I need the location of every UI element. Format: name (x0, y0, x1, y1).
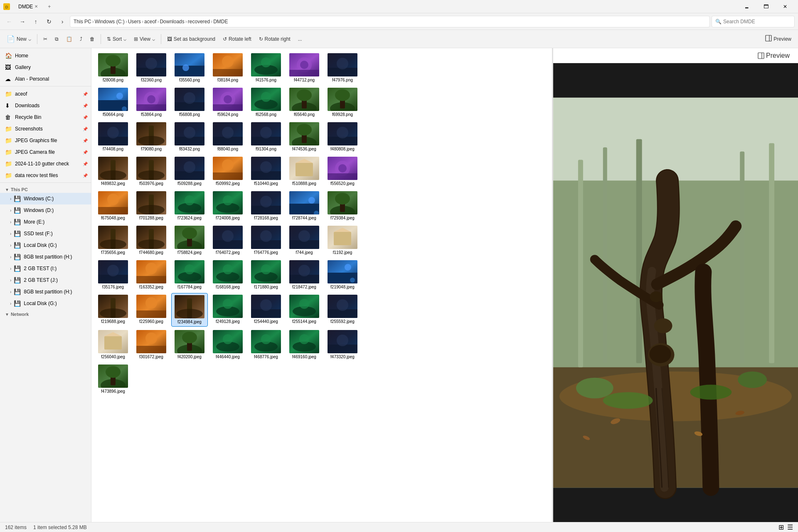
file-item[interactable]: f35176.jpeg (95, 259, 131, 291)
sidebar-item-jpeg-camera[interactable]: 📁 JPEG Camera file 📌 (0, 146, 91, 158)
file-item[interactable]: f764776.jpeg (248, 224, 284, 257)
file-item[interactable]: f88040.png (209, 121, 246, 153)
sidebar-item-data-recov[interactable]: 📁 data recov test files 📌 (0, 170, 91, 181)
sidebar-item-8gb-h[interactable]: › 💾 8GB test partition (H:) (0, 251, 91, 263)
file-item[interactable]: f301672.jpeg (133, 328, 170, 361)
new-button[interactable]: 📄 New ⌵ (3, 32, 34, 46)
breadcrumb[interactable]: This PC › Windows (C:) › Users › aceof ›… (70, 16, 710, 27)
file-item[interactable]: f255592.jpeg (324, 293, 361, 327)
sidebar-item-aceof[interactable]: 📁 aceof 📌 (0, 88, 91, 100)
file-item[interactable]: f69928.png (324, 86, 361, 119)
sidebar-item-gutter[interactable]: 📁 2024-11-10 gutter check 📌 (0, 158, 91, 170)
file-item[interactable]: f489832.jpeg (95, 155, 131, 188)
back-button[interactable]: ← (3, 16, 15, 27)
sidebar-item-local-g2[interactable]: › 💾 Local Disk (G:) (0, 298, 91, 309)
file-item[interactable]: f509992.jpeg (209, 155, 246, 188)
file-item[interactable]: f79080.png (133, 121, 170, 153)
file-item[interactable]: f83432.png (171, 121, 208, 153)
file-item[interactable]: f62568.png (248, 86, 284, 119)
tab-close-button[interactable]: ✕ (34, 4, 38, 9)
file-item[interactable]: f47976.png (324, 52, 361, 84)
preview-close-button[interactable]: Preview (754, 49, 793, 62)
file-item[interactable]: f675048.jpeg (95, 190, 131, 222)
file-item[interactable]: f219688.jpeg (95, 293, 131, 327)
set-background-button[interactable]: 🖼 Set as background (164, 32, 219, 46)
file-item[interactable]: f446440.jpeg (209, 328, 246, 361)
file-item[interactable]: f225960.jpeg (133, 293, 170, 327)
sidebar-item-jpeg-graphics[interactable]: 📁 JPEG Graphics file 📌 (0, 135, 91, 146)
refresh-button[interactable]: ↻ (43, 16, 55, 27)
sidebar-section-thispc[interactable]: ▼ This PC (0, 185, 91, 193)
sidebar-item-windows-d[interactable]: › 💾 Windows (D:) (0, 204, 91, 216)
breadcrumb-c[interactable]: Windows (C:) (95, 19, 125, 25)
expand-button[interactable]: › (57, 16, 68, 27)
breadcrumb-users[interactable]: Users (128, 19, 141, 25)
rotate-left-button[interactable]: ↺ Rotate left (219, 32, 255, 46)
file-item[interactable]: f56808.png (171, 86, 208, 119)
file-item[interactable]: f744.jpeg (286, 224, 323, 257)
file-item[interactable]: f469160.jpeg (286, 328, 323, 361)
sidebar-section-network[interactable]: ▼ Network (0, 309, 91, 318)
file-item[interactable]: f168168.jpeg (209, 259, 246, 291)
file-item[interactable]: f167784.jpeg (171, 259, 208, 291)
delete-button[interactable]: 🗑 (86, 32, 98, 46)
file-item[interactable]: f163352.jpeg (133, 259, 170, 291)
file-item[interactable]: f510888.jpeg (286, 155, 323, 188)
file-item[interactable]: f503976.jpeg (133, 155, 170, 188)
list-view-button[interactable]: ☰ (787, 523, 793, 531)
sidebar-item-recycle-bin[interactable]: 🗑 Recycle Bin 📌 (0, 111, 91, 123)
cut-button[interactable]: ✂ (40, 32, 51, 46)
view-button[interactable]: ⊞ View ⌵ (131, 32, 158, 46)
file-item[interactable]: f764072.jpeg (209, 224, 246, 257)
sidebar-item-8gb-h2[interactable]: › 💾 8GB test partition (H:) (0, 286, 91, 298)
breadcrumb-thispc[interactable]: This PC (74, 19, 91, 25)
file-grid-container[interactable]: f28008.png f32360.png f35560.png (91, 48, 552, 522)
add-tab-button[interactable]: + (44, 2, 54, 11)
copy-button[interactable]: ⧉ (52, 32, 62, 46)
file-item[interactable]: f65640.png (286, 86, 323, 119)
file-item[interactable]: f44712.png (286, 52, 323, 84)
up-button[interactable]: ↑ (30, 16, 42, 27)
sidebar-item-gallery[interactable]: 🖼 Gallery (0, 62, 91, 73)
file-item[interactable]: f556520.jpeg (324, 155, 361, 188)
file-item[interactable]: f728744.jpeg (286, 190, 323, 222)
file-item[interactable]: f219048.jpeg (324, 259, 361, 291)
file-item[interactable]: f35560.png (171, 52, 208, 84)
maximize-button[interactable]: 🗖 (756, 0, 776, 13)
search-input[interactable] (723, 19, 791, 25)
breadcrumb-downloads[interactable]: Downloads (160, 19, 184, 25)
breadcrumb-aceof[interactable]: aceof (144, 19, 156, 25)
close-button[interactable]: ✕ (776, 0, 795, 13)
share-button[interactable]: ⤴ (76, 32, 86, 46)
sort-button[interactable]: ⇅ Sort ⌵ (103, 32, 130, 46)
rotate-right-button[interactable]: ↻ Rotate right (256, 32, 294, 46)
file-item[interactable]: f420200.jpeg (171, 328, 208, 361)
file-item[interactable]: f74408.png (95, 121, 131, 153)
file-item[interactable]: f38184.png (209, 52, 246, 84)
file-item[interactable]: f510440.jpeg (248, 155, 284, 188)
file-item[interactable]: f468776.jpeg (248, 328, 284, 361)
file-item[interactable]: f729384.jpeg (324, 190, 361, 222)
file-item[interactable]: f724008.jpeg (209, 190, 246, 222)
preview-button[interactable]: Preview (762, 32, 795, 46)
file-item[interactable]: f59624.png (209, 86, 246, 119)
file-item[interactable]: f249128.jpeg (209, 293, 246, 327)
file-item[interactable]: f41576.png (248, 52, 284, 84)
file-item[interactable]: f474536.jpeg (286, 121, 323, 153)
paste-button[interactable]: 📋 (63, 32, 76, 46)
file-item[interactable]: f50664.png (95, 86, 131, 119)
file-item[interactable]: f256040.jpeg (95, 328, 131, 361)
file-item[interactable]: f171880.jpeg (248, 259, 284, 291)
active-tab[interactable]: DMDE ✕ (13, 2, 43, 11)
file-item[interactable]: f254440.jpeg (248, 293, 284, 327)
file-item[interactable]: f723624.jpeg (171, 190, 208, 222)
breadcrumb-recovered[interactable]: recovered (188, 19, 210, 25)
file-item[interactable]: f758824.jpeg (171, 224, 208, 257)
file-item[interactable]: f735656.jpeg (95, 224, 131, 257)
sidebar-item-more-e[interactable]: › 💾 More (E:) (0, 216, 91, 228)
sidebar-item-windows-c[interactable]: › 💾 Windows (C:) (0, 193, 91, 204)
sidebar-item-2gb-j[interactable]: › 💾 2 GB TEST (J:) (0, 274, 91, 286)
file-item[interactable]: f480808.jpeg (324, 121, 361, 153)
file-item[interactable]: f728168.jpeg (248, 190, 284, 222)
file-item[interactable]: f473320.jpeg (324, 328, 361, 361)
